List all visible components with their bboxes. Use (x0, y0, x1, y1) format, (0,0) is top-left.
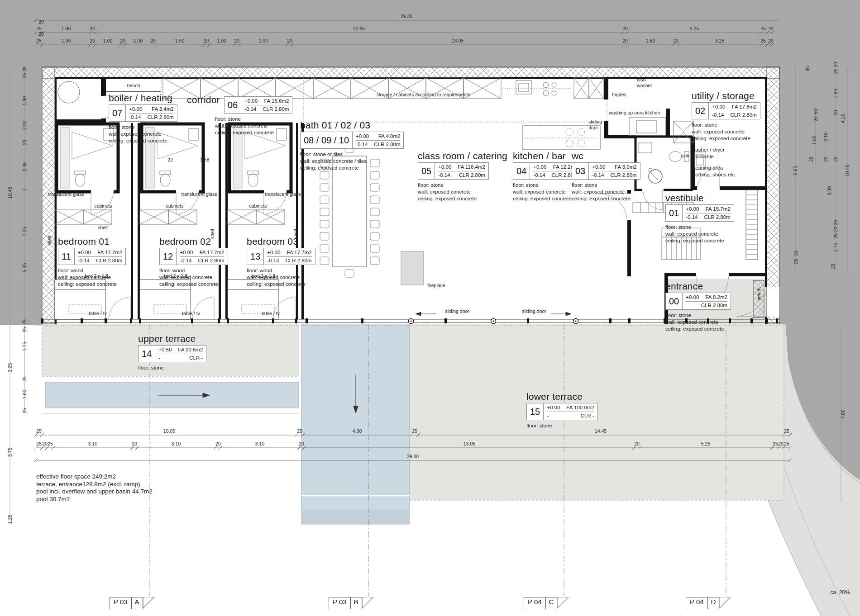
room-tag: 05+0.00FA 116.4m2-0.14CLR 2.80m (418, 162, 489, 180)
room-tag: 08 / 09 / 10+0.00FA 4.0m2-0.14CLR 2.80m (300, 132, 404, 149)
sublevel-value: - (158, 354, 160, 362)
room-label-boiler: boiler / heating07+0.00FA 3.4m2-0.14CLR … (109, 93, 177, 144)
room-title: lower terrace (526, 392, 598, 402)
dim-label: 20 (204, 38, 209, 43)
clear-height-value: CLR 2.80m (704, 213, 730, 221)
plan-note: shelf (210, 229, 215, 239)
room-label-lower-terrace: lower terrace15+0.00FA 100.0m2-CLR -floo… (526, 392, 598, 429)
plan-note: sliding door (522, 308, 546, 314)
clear-height-value: CLR 2.80m (701, 302, 727, 309)
room-number: 00 (666, 293, 683, 309)
dim-label: 5.25 (690, 26, 699, 31)
room-label-kitchen: kitchen / bar04+0.00FA 12.2m2-0.14CLR 2.… (513, 151, 582, 202)
plan-note: translucent glass (265, 191, 301, 197)
clear-height-value: CLR 2.80m (730, 111, 756, 119)
room-title: entrance (665, 281, 731, 291)
dim-label: 20 (634, 441, 640, 446)
plan-note: ca. 20% (830, 589, 850, 596)
dim-label: 20.85 (353, 26, 365, 31)
dim-label: 25 (36, 26, 42, 31)
dim-label: 25 (784, 428, 789, 434)
room-tag: 03+0.00FA 3.0m2-0.14CLR 2.80m (572, 162, 640, 180)
room-values-row: +0.00FA 3.0m2 (592, 163, 636, 171)
room-values-row: -0.14CLR 2.80m (267, 257, 311, 265)
clear-height-value: CLR 2.80m (285, 257, 311, 265)
dim-label: 25 (48, 441, 53, 446)
dim-label: 20 (90, 26, 95, 31)
floor-area-value: FA 3.4m2 (152, 105, 174, 113)
floor-area-value: FA 17.7m2 (287, 249, 312, 256)
dim-label-vertical: 9.65 (793, 166, 798, 175)
dim-label-vertical: 20 (833, 110, 838, 115)
sublevel-value: -0.14 (78, 257, 90, 265)
room-label-entrance: entrance00+0.00FA 8.2m2-CLR 2.80mfloor: … (665, 281, 731, 332)
room-finishes: floor: stone wall: exposed concrete ceil… (215, 116, 292, 136)
room-values-row: +0.00FA 17.7m2 (78, 249, 122, 257)
plan-note: sink (681, 153, 690, 159)
level-value: +0.00 (267, 249, 280, 256)
dim-label: 25 (36, 38, 42, 43)
plan-note: storage / cabinets according to requirem… (376, 92, 470, 98)
room-values-row: +0.00FA 8.2m2 (686, 294, 727, 302)
room-finishes: floor: stone wall: exposed concrete ceil… (418, 182, 507, 202)
room-values-row: -CLR 2.80m (686, 302, 727, 309)
plan-note: bed 2 x 1.8 (252, 273, 275, 279)
room-values: +0.00FA 3.0m2-0.14CLR 2.80m (589, 163, 640, 179)
room-title: class room / catering (418, 151, 507, 161)
dim-label: 29.30 (401, 14, 412, 19)
dim-label: 1.90 (259, 38, 268, 43)
room-values-row: +0.00FA 100.0m2 (547, 404, 594, 412)
room-finishes: floor: stone wall: exposed concrete ceil… (572, 182, 640, 202)
dim-label-vertical: 1.65 (812, 136, 817, 145)
dim-label: 1.80 (646, 38, 655, 43)
dim-label-vertical: 25 (22, 319, 27, 325)
dim-label-vertical: 20 (22, 140, 27, 145)
dim-label-vertical: 25 (793, 259, 798, 264)
dim-label-vertical: 20 (808, 156, 814, 162)
plan-note: table / tv (262, 311, 280, 317)
plan-note: frigdes (612, 92, 626, 98)
room-values-row: -0.14CLR 2.80m (712, 111, 756, 119)
plan-note: bench (756, 288, 762, 301)
dim-label-vertical: 25 (22, 376, 27, 382)
plan-note: cabinets (166, 203, 183, 209)
dim-label-vertical: 1.00 (22, 390, 27, 399)
dim-label: 25 (412, 428, 417, 434)
dim-label-vertical: 10 (793, 251, 798, 256)
dim-label-vertical: 20 (833, 156, 838, 162)
sublevel-value: - (686, 302, 688, 309)
dim-label-vertical: 25 20 (22, 66, 27, 78)
section-marker-d: P 04D (686, 597, 731, 609)
dim-label-vertical: 25 (22, 327, 27, 332)
room-values-row: +0.50FA 20.6m2 (158, 346, 203, 354)
dim-label-vertical: 1.75 (22, 342, 27, 351)
room-label-utility: utility / storage02+0.00FA 17.8m2-0.14CL… (692, 91, 760, 178)
room-values: +0.00FA 17.7m2-0.14CLR 2.80m (177, 248, 227, 265)
room-number: 07 (109, 105, 126, 121)
level-value: +0.00 (356, 133, 369, 140)
level-value: +0.00 (244, 97, 258, 105)
section-marker-code: P 03 (110, 597, 132, 609)
room-number: 13 (247, 248, 264, 265)
clear-height-value: CLR 2.80m (147, 114, 173, 121)
level-value: +0.00 (533, 163, 546, 171)
room-number: 14 (139, 346, 155, 362)
floor-area-value: FA 17.7m2 (200, 249, 225, 256)
dim-label: 20 (90, 38, 95, 43)
level-value: +0.00 (438, 163, 451, 171)
floor-area-value: FA 100.0m2 (566, 404, 594, 412)
dim-label: 20 (768, 26, 774, 31)
plan-note: cabinets (94, 203, 112, 209)
plan-note: shelf (98, 225, 108, 231)
floor-area-value: FA 20.6m2 (178, 346, 203, 354)
floor-area-value: FA 116.4m2 (458, 163, 485, 171)
dim-label: 4.30 (353, 428, 362, 434)
dim-label: 25 (760, 26, 766, 31)
dim-label-vertical: 2 (22, 188, 27, 191)
plan-note: dish washer (637, 77, 652, 89)
dim-label: 20 (132, 441, 137, 446)
room-finishes: floor: stone (526, 422, 598, 429)
dim-label-vertical: 25 20 (833, 62, 838, 74)
dim-label-vertical: 5.35 (22, 263, 27, 272)
dim-label: 25 (297, 428, 302, 434)
